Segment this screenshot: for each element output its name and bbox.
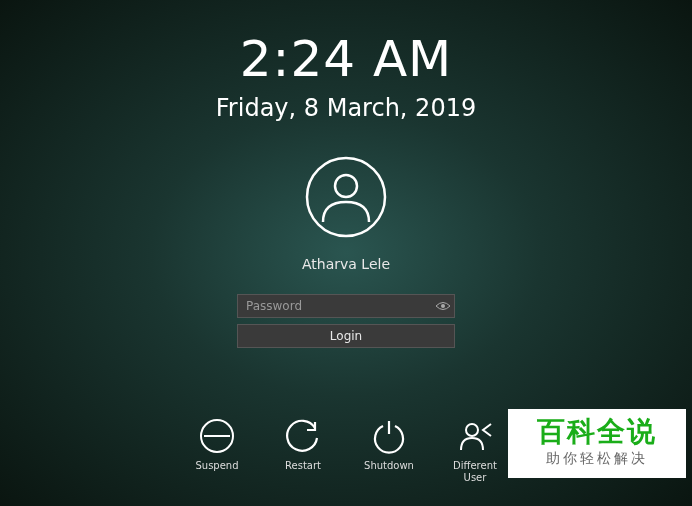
password-input[interactable]: [238, 299, 432, 313]
different-user-button[interactable]: Different User: [449, 418, 501, 484]
watermark-overlay: 百科全说 助你轻松解决: [508, 409, 686, 478]
restart-icon: [285, 418, 321, 454]
restart-button[interactable]: Restart: [277, 418, 329, 484]
different-user-icon: [457, 418, 493, 454]
clock-time: 2:24 AM: [240, 30, 453, 88]
watermark-subtitle: 助你轻松解决: [524, 450, 670, 468]
watermark-title: 百科全说: [524, 417, 670, 448]
clock-date: Friday, 8 March, 2019: [216, 94, 476, 122]
suspend-label: Suspend: [195, 460, 238, 472]
svg-point-1: [335, 175, 357, 197]
shutdown-label: Shutdown: [364, 460, 414, 472]
login-button[interactable]: Login: [237, 324, 455, 348]
suspend-button[interactable]: Suspend: [191, 418, 243, 484]
suspend-icon: [199, 418, 235, 454]
password-field-wrap: [237, 294, 455, 318]
different-user-label: Different User: [453, 460, 497, 484]
show-password-icon[interactable]: [432, 295, 454, 317]
login-form: Login: [237, 294, 455, 348]
lock-screen: 2:24 AM Friday, 8 March, 2019 Atharva Le…: [0, 0, 692, 506]
svg-point-6: [466, 424, 478, 436]
person-icon: [305, 156, 387, 238]
shutdown-button[interactable]: Shutdown: [363, 418, 415, 484]
restart-label: Restart: [285, 460, 321, 472]
username-label: Atharva Lele: [302, 256, 390, 272]
user-avatar: [305, 156, 387, 242]
shutdown-icon: [371, 418, 407, 454]
svg-point-2: [441, 304, 445, 308]
